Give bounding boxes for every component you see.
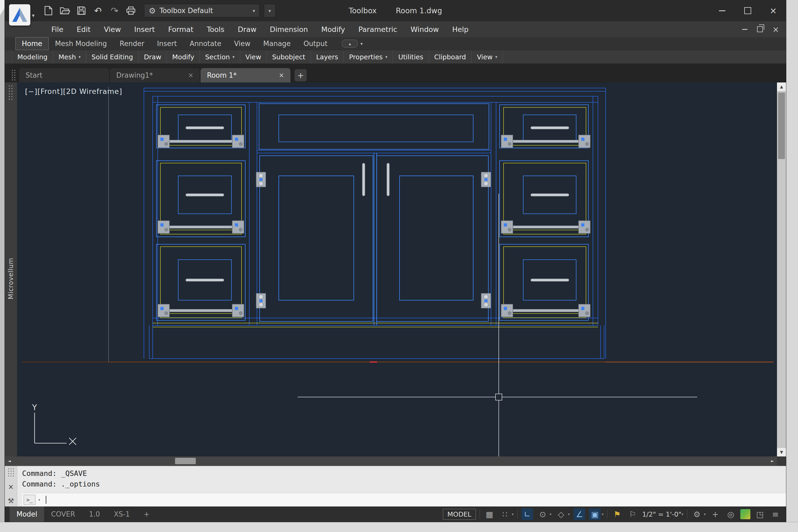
polar-tracking-icon[interactable]: ⊙ (537, 508, 549, 520)
recent-commands-dropdown-icon[interactable]: ▾ (38, 497, 40, 502)
panel-clipboard[interactable]: Clipboard (429, 50, 471, 63)
panel-draw[interactable]: Draw (138, 50, 167, 63)
file-tab-room1[interactable]: Room 1*× (201, 68, 290, 82)
ribbon-tab-annotate[interactable]: Annotate (183, 37, 228, 50)
file-tab-start[interactable]: Start (19, 68, 109, 82)
vertical-scroll-thumb[interactable] (778, 93, 785, 159)
menu-format[interactable]: Format (162, 25, 200, 34)
model-space-canvas[interactable]: [−][Front][2D Wireframe] (17, 82, 777, 456)
ribbon-tab-view[interactable]: View (228, 37, 257, 50)
menu-help[interactable]: Help (445, 25, 475, 34)
panel-view-2[interactable]: View▾ (472, 50, 503, 63)
scroll-right-icon[interactable]: ► (768, 456, 777, 466)
redo-button[interactable]: ↷▾ (108, 3, 121, 18)
command-customize-wrench-icon[interactable]: ⚒ (8, 497, 14, 505)
menu-parametric[interactable]: Parametric (352, 25, 404, 34)
doc-restore-icon[interactable] (757, 26, 763, 32)
mesh-flyout-icon[interactable]: ▾ (79, 55, 81, 59)
layout-tab-1-0[interactable]: 1.0 (82, 507, 107, 522)
horizontal-scrollbar[interactable]: ◄ ► (5, 456, 777, 466)
panel-layers[interactable]: Layers (311, 50, 344, 63)
ribbon-collapse-button[interactable]: ▴ (342, 40, 358, 48)
polar-dropdown-icon[interactable]: ▾ (550, 512, 551, 516)
panel-modeling[interactable]: Modeling (12, 50, 53, 63)
scroll-up-icon[interactable]: ▲ (777, 82, 786, 91)
doc-minimize-icon[interactable] (742, 29, 747, 30)
section-flyout-icon[interactable]: ▾ (232, 55, 234, 59)
file-tab-grip[interactable] (11, 69, 16, 81)
ribbon-tab-home[interactable]: Home (15, 37, 49, 50)
ortho-mode-icon[interactable]: ∟ (521, 508, 533, 520)
save-button[interactable] (75, 3, 88, 18)
doc-close-icon[interactable]: × (773, 25, 779, 34)
horizontal-scroll-thumb[interactable] (175, 458, 196, 464)
isodraft-icon[interactable]: ◇ (555, 508, 567, 520)
app-menu-dropdown-icon[interactable]: ▾ (32, 12, 35, 19)
workspace-selector[interactable]: ⚙ Toolbox Default ▾ (144, 4, 260, 17)
graphics-performance-icon[interactable] (740, 509, 750, 519)
workspace-gear-dropdown-icon[interactable]: ▾ (704, 512, 706, 516)
menu-view[interactable]: View (97, 25, 128, 34)
grid-display-icon[interactable]: ▦ (483, 508, 495, 520)
command-input-row[interactable]: >_ ▾ (22, 493, 786, 507)
snap-dropdown-icon[interactable]: ▾ (512, 512, 514, 516)
panel-view[interactable]: View (240, 50, 267, 63)
annotation-autoscale-icon[interactable]: ⚐ (627, 508, 639, 520)
object-snap-tracking-icon[interactable]: ∠ (573, 508, 585, 520)
ribbon-tab-mesh-modeling[interactable]: Mesh Modeling (49, 37, 113, 50)
annotation-visibility-icon[interactable]: ⚑ (611, 508, 623, 520)
osnap-dropdown-icon[interactable]: ▾ (602, 512, 604, 516)
open-file-button[interactable] (58, 3, 72, 18)
menu-tools[interactable]: Tools (200, 25, 231, 34)
workspace-dropdown-icon[interactable]: ▾ (253, 8, 255, 14)
layout-tab-cover[interactable]: COVER (44, 507, 82, 522)
maximize-button[interactable] (735, 0, 760, 21)
menu-window[interactable]: Window (404, 25, 445, 34)
ribbon-tab-insert[interactable]: Insert (151, 37, 183, 50)
close-tab-icon[interactable]: × (279, 72, 284, 79)
properties-flyout-icon[interactable]: ▾ (385, 55, 387, 59)
panel-utilities[interactable]: Utilities (393, 50, 429, 63)
close-button[interactable]: × (760, 0, 786, 21)
customization-menu-icon[interactable]: ≡ (770, 508, 781, 520)
undo-button[interactable]: ↶▾ (91, 3, 105, 18)
panel-section[interactable]: Section▾ (200, 50, 240, 63)
plot-button[interactable] (124, 3, 138, 18)
menu-file[interactable]: File (45, 25, 70, 34)
redo-dropdown-icon[interactable]: ▾ (116, 8, 118, 13)
isolate-objects-icon[interactable]: ◎ (725, 508, 737, 520)
clean-screen-icon[interactable]: ◳ (754, 508, 766, 520)
model-space-button[interactable]: MODEL (443, 509, 476, 520)
viewport-controls[interactable]: [−][Front][2D Wireframe] (25, 87, 122, 95)
ribbon-tab-manage[interactable]: Manage (257, 37, 297, 50)
panel-properties[interactable]: Properties▾ (344, 50, 393, 63)
menu-edit[interactable]: Edit (70, 25, 97, 34)
command-prompt-icon[interactable]: >_ (24, 495, 35, 505)
ribbon-collapse-dropdown-icon[interactable]: ▾ (360, 41, 363, 46)
scroll-left-icon[interactable]: ◄ (5, 456, 14, 466)
layout-tab-model[interactable]: Model (10, 507, 44, 522)
menu-modify[interactable]: Modify (315, 25, 352, 34)
menu-draw[interactable]: Draw (231, 25, 263, 34)
microvellum-palette-tab[interactable]: Microvellum (5, 82, 17, 456)
panel-modify[interactable]: Modify (167, 50, 200, 63)
object-snap-icon[interactable]: ▣ (589, 508, 601, 520)
new-file-button[interactable] (41, 3, 55, 18)
palette-grip[interactable] (8, 84, 14, 100)
panel-subobject[interactable]: Subobject (267, 50, 311, 63)
isodraft-dropdown-icon[interactable]: ▾ (568, 512, 570, 516)
undo-dropdown-icon[interactable]: ▾ (99, 8, 101, 13)
file-tab-drawing1[interactable]: Drawing1*× (110, 68, 200, 82)
new-layout-button[interactable]: + (137, 507, 156, 522)
scale-dropdown-icon[interactable]: ▾ (682, 512, 683, 516)
workspace-gear-icon[interactable]: ⚙ (691, 508, 703, 520)
layout-tab-xs-1[interactable]: XS-1 (107, 507, 137, 522)
minimize-button[interactable] (709, 0, 735, 21)
cad-drawing[interactable]: Y (17, 82, 777, 456)
qat-customize-button[interactable]: ▾ (264, 4, 276, 17)
add-cursor-icon[interactable]: + (709, 508, 721, 520)
ribbon-tab-render[interactable]: Render (113, 37, 151, 50)
panel-mesh[interactable]: Mesh▾ (53, 50, 86, 63)
command-close-icon[interactable]: × (8, 483, 14, 491)
close-tab-icon[interactable]: × (188, 72, 193, 79)
